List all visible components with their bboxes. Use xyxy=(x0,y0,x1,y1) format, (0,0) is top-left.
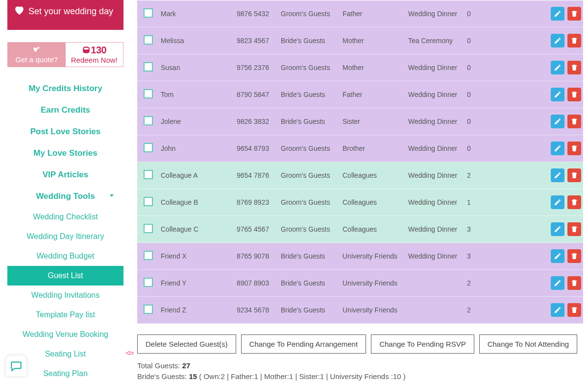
cell-name: Friend Z xyxy=(159,297,235,324)
cell-table: 0 xyxy=(465,0,492,27)
row-checkbox[interactable] xyxy=(144,143,153,152)
cell-name: Colleague B xyxy=(159,189,235,216)
subnav-wedding-day-itinerary[interactable]: Wedding Day Itinerary xyxy=(7,227,123,246)
redeem-label: Redeem Now! xyxy=(71,56,118,64)
edit-button[interactable] xyxy=(551,61,564,74)
edit-button[interactable] xyxy=(551,7,564,21)
delete-button[interactable] xyxy=(567,222,581,236)
subnav-wedding-budget[interactable]: Wedding Budget xyxy=(7,246,123,266)
get-quote-button[interactable]: Get a quote? xyxy=(8,43,66,67)
row-checkbox[interactable] xyxy=(144,89,153,98)
delete-button[interactable] xyxy=(567,61,581,74)
delete-button[interactable] xyxy=(567,142,581,155)
trash-icon xyxy=(570,91,578,98)
cell-relation: Brother xyxy=(341,135,406,162)
row-checkbox[interactable] xyxy=(144,116,153,125)
delete-selected-button[interactable]: Delete Selected Guest(s) xyxy=(137,334,236,354)
pencil-icon xyxy=(554,306,562,314)
nav-earn-credits[interactable]: Earn Credits xyxy=(7,99,123,121)
nav-my-credits-history[interactable]: My Credits History xyxy=(7,78,123,99)
pending-rsvp-button[interactable]: Change To Pending RSVP xyxy=(371,334,474,354)
chevron-down-icon xyxy=(110,194,114,197)
row-checkbox[interactable] xyxy=(144,62,153,71)
delete-button[interactable] xyxy=(567,276,581,290)
nav-my-love-stories[interactable]: My Love Stories xyxy=(7,143,123,164)
not-attending-button[interactable]: Change To Not Attending xyxy=(479,334,578,354)
cell-relation: University Friends xyxy=(341,297,406,324)
cell-phone: 9756 2376 xyxy=(235,54,279,81)
delete-button[interactable] xyxy=(567,88,581,101)
edit-button[interactable] xyxy=(551,276,564,290)
heart-icon xyxy=(13,4,25,19)
cell-phone: 8765 9078 xyxy=(235,243,279,270)
nav-vip-articles[interactable]: VIP Articles xyxy=(7,164,123,186)
subnav-wedding-invitations[interactable]: Wedding Invitations xyxy=(7,286,123,305)
cell-name: Colleague C xyxy=(159,216,235,243)
row-checkbox[interactable] xyxy=(144,8,153,18)
edit-button[interactable] xyxy=(551,115,564,128)
subnav-template-pay-list[interactable]: Template Pay list xyxy=(7,305,123,325)
trash-icon xyxy=(570,64,578,71)
chat-widget-button[interactable] xyxy=(6,356,26,376)
cell-event: Wedding Dinner xyxy=(406,162,465,189)
cell-table: 2 xyxy=(465,270,492,297)
edit-button[interactable] xyxy=(551,249,564,263)
subnav-wedding-checklist[interactable]: Wedding Checklist xyxy=(7,207,123,227)
stats-total: Total Guests: 27 xyxy=(137,360,583,371)
delete-button[interactable] xyxy=(567,34,581,48)
quote-redeem-box[interactable]: Get a quote? 130 Redeem Now! xyxy=(7,42,123,67)
subnav-guest-list[interactable]: Guest List xyxy=(7,266,123,286)
table-row: Friend Y8907 8903Bride's GuestsUniversit… xyxy=(137,270,583,297)
edit-button[interactable] xyxy=(551,34,564,48)
row-checkbox[interactable] xyxy=(144,35,153,45)
cell-phone: 9654 7876 xyxy=(235,162,279,189)
redeem-button[interactable]: 130 Redeem Now! xyxy=(66,43,123,67)
edit-button[interactable] xyxy=(551,168,564,182)
edit-button[interactable] xyxy=(551,195,564,209)
cell-table: 0 xyxy=(465,27,492,54)
nav-post-love-stories[interactable]: Post Love Stories xyxy=(7,121,123,143)
delete-button[interactable] xyxy=(567,7,581,21)
pencil-icon xyxy=(554,144,562,152)
cell-name: Mark xyxy=(159,0,235,27)
edit-button[interactable] xyxy=(551,88,564,101)
trash-icon xyxy=(570,252,578,260)
chat-icon xyxy=(10,359,23,372)
cell-phone: 9823 4567 xyxy=(235,27,279,54)
row-checkbox[interactable] xyxy=(144,305,153,314)
subnav-wedding-venue-booking[interactable]: Wedding Venue Booking xyxy=(7,325,123,344)
delete-button[interactable] xyxy=(567,168,581,182)
cell-group: Groom's Guests xyxy=(279,54,341,81)
trash-icon xyxy=(570,171,578,179)
cell-relation: University Friends xyxy=(341,243,406,270)
row-checkbox[interactable] xyxy=(144,170,153,179)
pending-arrangement-button[interactable]: Change To Pending Arrangement xyxy=(241,334,367,354)
edit-button[interactable] xyxy=(551,222,564,236)
edit-button[interactable] xyxy=(551,142,564,155)
row-checkbox[interactable] xyxy=(144,278,153,287)
cell-relation: Colleagues xyxy=(341,216,406,243)
cell-phone: 9234 5678 xyxy=(235,297,279,324)
delete-button[interactable] xyxy=(567,249,581,263)
row-checkbox[interactable] xyxy=(144,251,153,260)
cell-table: 0 xyxy=(465,54,492,81)
nav-wedding-tools[interactable]: Wedding Tools xyxy=(7,186,123,207)
trash-icon xyxy=(570,10,578,18)
delete-button[interactable] xyxy=(567,195,581,209)
table-row: Jolene9826 3832Bride's GuestsSisterWeddi… xyxy=(137,108,583,135)
pencil-icon xyxy=(554,91,562,98)
hearts-icon xyxy=(10,46,64,55)
cell-table: 3 xyxy=(465,216,492,243)
row-checkbox[interactable] xyxy=(144,224,153,233)
edit-button[interactable] xyxy=(551,303,564,317)
table-row: John9654 8793Groom's GuestsBrotherWeddin… xyxy=(137,135,583,162)
delete-button[interactable] xyxy=(567,115,581,128)
cell-phone: 8907 8903 xyxy=(235,270,279,297)
cell-group: Groom's Guests xyxy=(279,189,341,216)
set-wedding-day-button[interactable]: Set your wedding day xyxy=(7,0,123,30)
delete-button[interactable] xyxy=(567,303,581,317)
trash-icon xyxy=(570,279,578,287)
cell-group: Groom's Guests xyxy=(279,162,341,189)
cell-table: 2 xyxy=(465,297,492,324)
row-checkbox[interactable] xyxy=(144,197,153,206)
